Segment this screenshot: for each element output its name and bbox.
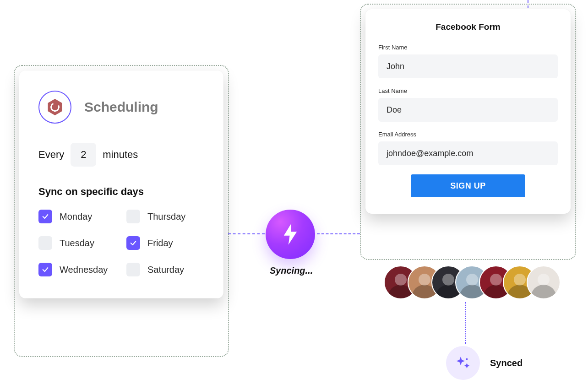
connector-right bbox=[317, 233, 360, 234]
connector-down bbox=[465, 302, 466, 344]
day-item-saturday[interactable]: Saturday bbox=[126, 263, 205, 276]
sync-days-title: Sync on specific days bbox=[38, 186, 205, 198]
frequency-prefix: Every bbox=[38, 149, 64, 161]
day-label: Friday bbox=[147, 238, 173, 249]
day-checkbox[interactable] bbox=[38, 210, 52, 223]
scheduling-hex-icon bbox=[47, 99, 63, 115]
email-value: johndoe@example.com bbox=[387, 149, 473, 158]
frequency-row: Every 2 minutes bbox=[38, 143, 205, 167]
scheduling-header: Scheduling bbox=[38, 91, 205, 124]
day-checkbox[interactable] bbox=[126, 210, 140, 223]
day-checkbox[interactable] bbox=[126, 263, 140, 276]
email-input[interactable]: johndoe@example.com bbox=[378, 141, 558, 165]
day-item-monday[interactable]: Monday bbox=[38, 210, 117, 223]
scheduling-card: Scheduling Every 2 minutes Sync on speci… bbox=[19, 70, 223, 298]
first-name-value: John bbox=[387, 62, 404, 71]
frequency-value: 2 bbox=[81, 149, 86, 161]
synced-label: Synced bbox=[490, 358, 523, 368]
first-name-input[interactable]: John bbox=[378, 54, 558, 78]
scheduling-icon-ring bbox=[38, 91, 71, 124]
email-label: Email Address bbox=[378, 131, 558, 138]
last-name-label: Last Name bbox=[378, 87, 558, 94]
day-label: Saturday bbox=[147, 265, 184, 275]
form-card: Facebook Form First Name John Last Name … bbox=[365, 9, 571, 214]
day-item-tuesday[interactable]: Tuesday bbox=[38, 236, 117, 250]
day-item-thursday[interactable]: Thursday bbox=[126, 210, 205, 223]
lightning-icon bbox=[283, 224, 298, 245]
avatar-row bbox=[384, 265, 561, 299]
signup-button[interactable]: SIGN UP bbox=[411, 174, 525, 197]
synced-badge bbox=[446, 346, 480, 380]
connector-left bbox=[228, 233, 265, 234]
field-first-name: First Name John bbox=[378, 44, 558, 78]
day-checkbox[interactable] bbox=[38, 236, 52, 250]
scheduling-title: Scheduling bbox=[84, 99, 158, 115]
last-name-value: Doe bbox=[387, 105, 402, 115]
frequency-suffix: minutes bbox=[103, 149, 138, 161]
form-title: Facebook Form bbox=[378, 22, 558, 32]
connector-top-stub bbox=[528, 0, 528, 8]
day-label: Tuesday bbox=[60, 238, 94, 249]
day-label: Thursday bbox=[147, 211, 185, 222]
avatar bbox=[527, 265, 561, 299]
svg-point-0 bbox=[466, 358, 468, 360]
syncing-label: Syncing... bbox=[262, 265, 321, 276]
day-checkbox[interactable] bbox=[126, 236, 140, 250]
synced-wrap: Synced bbox=[446, 346, 523, 380]
first-name-label: First Name bbox=[378, 44, 558, 51]
last-name-input[interactable]: Doe bbox=[378, 98, 558, 122]
frequency-input[interactable]: 2 bbox=[71, 143, 96, 167]
sparkle-icon bbox=[455, 355, 471, 371]
day-label: Monday bbox=[60, 211, 92, 222]
day-item-wednesday[interactable]: Wednesday bbox=[38, 263, 117, 276]
syncing-orb bbox=[266, 210, 315, 259]
day-item-friday[interactable]: Friday bbox=[126, 236, 205, 250]
field-email: Email Address johndoe@example.com bbox=[378, 131, 558, 165]
field-last-name: Last Name Doe bbox=[378, 87, 558, 122]
days-grid: MondayThursdayTuesdayFridayWednesdaySatu… bbox=[38, 210, 205, 276]
day-checkbox[interactable] bbox=[38, 263, 52, 276]
day-label: Wednesday bbox=[60, 265, 108, 275]
